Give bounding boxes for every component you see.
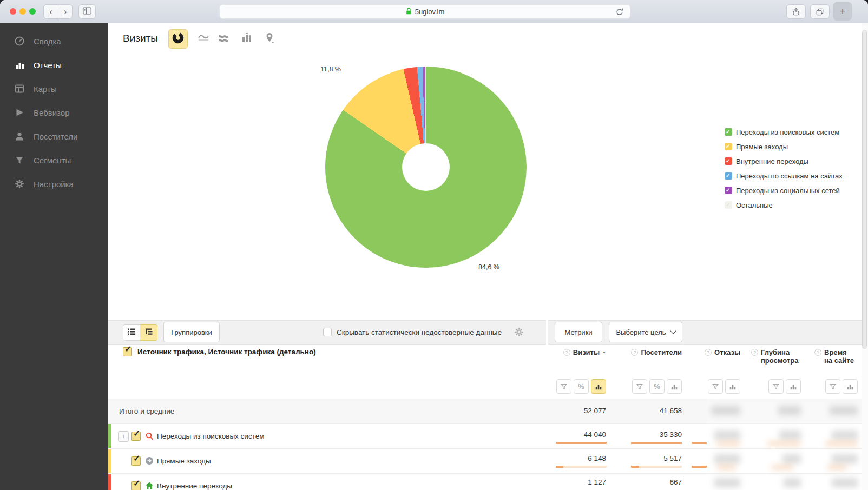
help-icon[interactable] — [705, 349, 712, 356]
column-header-depth[interactable]: Глубина просмотра — [751, 348, 801, 365]
bounces-bars-button[interactable] — [725, 379, 740, 394]
legend-item-direct[interactable]: Прямые заходы — [725, 142, 788, 151]
column-label: Отказы — [714, 348, 740, 356]
legend-checkbox-search[interactable] — [725, 128, 732, 136]
legend-item-other[interactable]: Остальные — [725, 201, 773, 209]
help-icon[interactable] — [563, 349, 570, 356]
row-visitors: 5 517 — [663, 454, 682, 462]
sidebar-item-visitors[interactable]: Посетители — [0, 125, 108, 147]
chart-type-map-button[interactable] — [260, 29, 280, 49]
map-pin-icon — [264, 31, 277, 47]
traffic-sources-donut-chart[interactable] — [325, 67, 527, 268]
sort-desc-icon — [602, 350, 606, 354]
row-label[interactable]: Переходы из поисковых систем — [157, 432, 264, 440]
new-tab-button[interactable] — [833, 2, 852, 21]
row-checkbox[interactable] — [131, 456, 141, 466]
bounces-filter-button[interactable] — [708, 379, 723, 394]
vertical-scrollbar[interactable] — [862, 23, 868, 490]
table-settings-gear-icon[interactable] — [514, 327, 524, 337]
visits-bars-button[interactable] — [591, 379, 606, 394]
address-bar[interactable]: 5uglov.im — [219, 4, 630, 19]
sidebar-toggle-icon — [82, 5, 93, 18]
legend-item-social[interactable]: Переходы из социальных сетей — [725, 186, 840, 195]
chart-type-donut-button[interactable] — [168, 29, 188, 49]
sidebar-item-label: Сегменты — [34, 156, 71, 165]
reload-button[interactable] — [615, 7, 626, 18]
column-label: Глубина просмотра — [761, 348, 800, 365]
direct-arrow-icon — [145, 456, 154, 465]
choose-goal-button[interactable]: Выберите цель — [609, 322, 682, 342]
sidebar-item-webvisor[interactable]: Вебвизор — [0, 102, 108, 123]
help-icon[interactable] — [751, 349, 758, 356]
chart-type-line-button[interactable] — [194, 29, 213, 49]
close-window-button[interactable] — [10, 8, 16, 15]
sidebar-item-label: Вебвизор — [34, 108, 70, 117]
legend-label: Переходы из социальных сетей — [736, 187, 840, 195]
sidebar-item-reports[interactable]: Отчеты — [0, 54, 108, 76]
legend-label: Переходы из поисковых систем — [736, 128, 839, 136]
legend-checkbox-internal[interactable] — [725, 157, 732, 165]
visits-percent-button[interactable] — [574, 379, 589, 394]
column-header-bounces[interactable]: Отказы — [705, 348, 740, 356]
tree-list-icon — [144, 327, 154, 339]
stacked-area-icon — [217, 31, 230, 47]
legend-checkbox-site-links[interactable] — [725, 172, 732, 180]
sidebar-item-segments[interactable]: Сегменты — [0, 149, 108, 171]
chart-type-columns-button[interactable] — [237, 29, 257, 49]
groupings-button[interactable]: Группировки — [163, 322, 220, 342]
legend-label: Внутренние переходы — [736, 157, 808, 165]
time-bars-button[interactable] — [843, 379, 858, 394]
url-text: 5uglov.im — [415, 8, 445, 16]
column-header-time[interactable]: Время на сайте — [814, 348, 858, 365]
visitors-bar — [631, 466, 639, 468]
sidebar-item-label: Настройка — [34, 180, 74, 189]
sidebar-toggle-button[interactable] — [78, 4, 96, 19]
legend-item-internal[interactable]: Внутренние переходы — [725, 157, 808, 165]
expand-row-button[interactable] — [118, 431, 129, 442]
column-header-visits[interactable]: Визиты — [563, 348, 606, 356]
person-icon — [14, 131, 25, 142]
table-toolbar-right: Метрики Выберите цель — [548, 320, 868, 345]
chevron-down-icon — [670, 328, 676, 334]
hide-unreliable-checkbox[interactable] — [323, 328, 332, 336]
sidebar-item-settings[interactable]: Настройка — [0, 173, 108, 195]
chart-type-stacked-button[interactable] — [214, 29, 233, 49]
depth-filter-button[interactable] — [768, 379, 784, 394]
column-header-visitors[interactable]: Посетители — [631, 348, 682, 356]
sidebar-item-summary[interactable]: Сводка — [0, 30, 108, 52]
time-filter-button[interactable] — [825, 379, 840, 394]
minimize-window-button[interactable] — [19, 8, 26, 15]
metrics-button[interactable]: Метрики — [555, 322, 602, 342]
legend-checkbox-other[interactable] — [725, 201, 732, 209]
blurred-metrics-area — [707, 399, 862, 490]
visitors-filter-button[interactable] — [632, 379, 647, 394]
flat-list-view-button[interactable] — [123, 324, 140, 341]
row-label[interactable]: Прямые заходы — [157, 457, 211, 465]
visitors-percent-button[interactable] — [649, 379, 665, 394]
scrollbar-thumb[interactable] — [862, 30, 867, 349]
sidebar-item-maps[interactable]: Карты — [0, 78, 108, 100]
share-button[interactable] — [786, 4, 806, 19]
legend-checkbox-direct[interactable] — [725, 143, 732, 150]
tab-overview-button[interactable] — [810, 4, 830, 19]
legend-item-site-links[interactable]: Переходы по ссылкам на сайтах — [725, 171, 843, 180]
visits-filter-button[interactable] — [556, 379, 571, 394]
forward-button[interactable] — [58, 4, 73, 19]
legend-checkbox-social[interactable] — [725, 187, 732, 194]
row-checkbox[interactable] — [131, 432, 141, 441]
visitors-bars-button[interactable] — [667, 379, 682, 394]
zoom-window-button[interactable] — [29, 8, 36, 15]
dimension-checkbox[interactable] — [123, 347, 132, 356]
legend-item-search[interactable]: Переходы из поисковых систем — [725, 128, 839, 136]
column-label: Посетители — [641, 348, 682, 356]
help-icon[interactable] — [814, 349, 821, 356]
metrics-label: Метрики — [564, 328, 592, 336]
search-magnifier-icon — [145, 432, 154, 440]
row-visits: 44 040 — [584, 431, 606, 439]
help-icon[interactable] — [631, 349, 638, 356]
depth-bars-button[interactable] — [786, 379, 801, 394]
back-button[interactable] — [43, 4, 58, 19]
row-checkbox[interactable] — [131, 481, 141, 490]
tree-list-view-button[interactable] — [140, 324, 157, 341]
row-label[interactable]: Внутренние переходы — [157, 482, 232, 490]
